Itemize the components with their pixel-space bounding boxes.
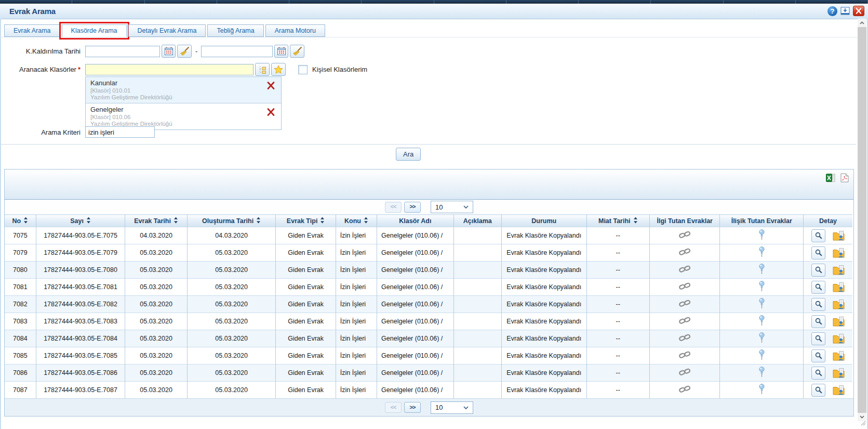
sort-icon[interactable]	[23, 217, 28, 225]
tab-arama-motoru[interactable]: Arama Motoru	[265, 24, 325, 37]
col-header-no[interactable]: No	[5, 215, 36, 227]
folders-search-input[interactable]	[85, 64, 253, 75]
col-header-evrak-tipi[interactable]: Evrak Tipi	[276, 215, 336, 227]
search-form: K.Kaldırılma Tarihi - Aranacak Klasörler…	[0, 37, 857, 167]
related-documents-link-icon[interactable]	[678, 368, 691, 376]
tab-teblig-arama[interactable]: Tebliğ Arama	[207, 24, 263, 37]
attached-documents-pin-icon[interactable]	[758, 229, 765, 240]
pdf-export-icon[interactable]	[840, 173, 849, 183]
next-page-label: >>	[410, 404, 416, 410]
vertical-scrollbar[interactable]	[858, 19, 866, 421]
folder-user-icon[interactable]	[833, 350, 845, 361]
detail-magnifier-button[interactable]	[811, 332, 825, 345]
related-documents-link-icon[interactable]	[678, 265, 691, 274]
folder-user-icon[interactable]	[833, 316, 845, 327]
tab-bar: Evrak AramaKlasörde AramaDetaylı Evrak A…	[4, 24, 325, 37]
search-button[interactable]: Ara	[396, 148, 421, 161]
tab-detayli-evrak-arama[interactable]: Detaylı Evrak Arama	[128, 24, 206, 37]
table-row: 708417827444-903.05-E.708405.03.202005.0…	[5, 330, 852, 347]
cell-klasor-adi: Genelgeler (010.06) /	[377, 365, 454, 382]
close-icon[interactable]	[853, 6, 864, 16]
cell-miat-tarihi: --	[586, 279, 649, 296]
calendar-icon[interactable]	[162, 45, 176, 58]
removal-date-from-input[interactable]	[85, 46, 160, 57]
related-documents-link-icon[interactable]	[678, 248, 691, 256]
attached-documents-pin-icon[interactable]	[758, 332, 765, 343]
col-header-evrak-tarihi[interactable]: Evrak Tarihi	[125, 215, 187, 227]
attached-documents-pin-icon[interactable]	[758, 264, 765, 275]
excel-export-icon[interactable]	[826, 173, 835, 183]
browser-tab-top	[434, 0, 506, 4]
tab-klasorde-arama[interactable]: Klasörde Arama	[62, 24, 127, 37]
folder-user-icon[interactable]	[833, 230, 845, 241]
tab-evrak-arama[interactable]: Evrak Arama	[4, 24, 60, 37]
col-header-miat-tarihi[interactable]: Miat Tarihi	[586, 215, 649, 227]
col-header-label: Oluşturma Tarihi	[202, 217, 253, 225]
attached-documents-pin-icon[interactable]	[758, 349, 765, 360]
attached-documents-pin-icon[interactable]	[758, 367, 765, 378]
detail-magnifier-button[interactable]	[811, 229, 825, 242]
related-documents-link-icon[interactable]	[678, 385, 691, 394]
attached-documents-pin-icon[interactable]	[758, 315, 765, 326]
sort-icon[interactable]	[320, 217, 325, 225]
folder-user-icon[interactable]	[833, 385, 845, 395]
scroll-up-icon[interactable]	[858, 19, 866, 27]
attached-documents-pin-icon[interactable]	[758, 384, 765, 395]
detail-magnifier-button[interactable]	[811, 281, 825, 294]
window-controls: ?	[827, 6, 864, 16]
attached-documents-pin-icon[interactable]	[758, 281, 765, 292]
detail-magnifier-button[interactable]	[811, 264, 825, 277]
sort-icon[interactable]	[86, 217, 91, 225]
col-header-sayi[interactable]: Sayı	[36, 215, 125, 227]
calendar-icon[interactable]	[274, 45, 288, 58]
col-header-konu[interactable]: Konu	[336, 215, 377, 227]
remove-folder-icon[interactable]	[266, 108, 275, 116]
detail-magnifier-button[interactable]	[811, 246, 825, 259]
cell-miat-tarihi: --	[586, 330, 649, 347]
related-documents-link-icon[interactable]	[678, 282, 691, 291]
remove-folder-icon[interactable]	[266, 82, 275, 90]
folder-user-icon[interactable]	[833, 265, 845, 275]
first-page-button[interactable]: <<	[385, 402, 402, 413]
detail-magnifier-button[interactable]	[811, 367, 825, 380]
attached-documents-pin-icon[interactable]	[758, 298, 765, 309]
related-documents-link-icon[interactable]	[678, 333, 691, 342]
page-size-select[interactable]: 10	[431, 401, 473, 414]
browser-tab-top	[796, 0, 868, 4]
next-page-button[interactable]: >>	[404, 202, 421, 213]
sort-icon[interactable]	[173, 217, 178, 225]
sort-icon[interactable]	[256, 217, 261, 225]
export-window-icon[interactable]	[840, 6, 850, 16]
favorites-star-icon[interactable]	[271, 63, 286, 76]
detail-magnifier-button[interactable]	[811, 384, 825, 397]
folder-user-icon[interactable]	[833, 282, 845, 292]
detail-magnifier-button[interactable]	[811, 349, 825, 362]
page-size-select[interactable]: 10	[431, 201, 473, 213]
folder-user-icon[interactable]	[833, 299, 845, 309]
folder-user-icon[interactable]	[833, 368, 845, 378]
related-documents-link-icon[interactable]	[678, 299, 691, 308]
cell-durumu: Evrak Klasöre Kopyalandı	[501, 313, 586, 330]
col-header-olusturma-tarihi[interactable]: Oluşturma Tarihi	[187, 215, 276, 227]
sort-icon[interactable]	[364, 217, 368, 225]
detail-magnifier-button[interactable]	[811, 298, 825, 311]
criteria-input[interactable]	[85, 126, 155, 138]
attached-documents-pin-icon[interactable]	[758, 246, 765, 257]
help-icon[interactable]: ?	[827, 6, 837, 16]
personal-folders-checkbox[interactable]	[298, 65, 308, 74]
cell-olusturma-tarihi: 05.03.2020	[187, 244, 276, 262]
folder-user-icon[interactable]	[833, 333, 845, 344]
detail-magnifier-button[interactable]	[811, 315, 825, 328]
related-documents-link-icon[interactable]	[678, 350, 691, 359]
clear-broom-icon[interactable]	[290, 45, 304, 58]
folder-user-icon[interactable]	[833, 248, 845, 258]
related-documents-link-icon[interactable]	[678, 316, 691, 325]
clear-broom-icon[interactable]	[177, 45, 192, 58]
sort-icon[interactable]	[633, 217, 638, 225]
scrollbar-thumb[interactable]	[858, 27, 866, 413]
related-documents-link-icon[interactable]	[678, 230, 691, 239]
next-page-button[interactable]: >>	[404, 402, 421, 413]
removal-date-to-input[interactable]	[201, 46, 273, 57]
folder-tree-icon[interactable]	[255, 63, 270, 76]
first-page-button[interactable]: <<	[385, 202, 402, 213]
